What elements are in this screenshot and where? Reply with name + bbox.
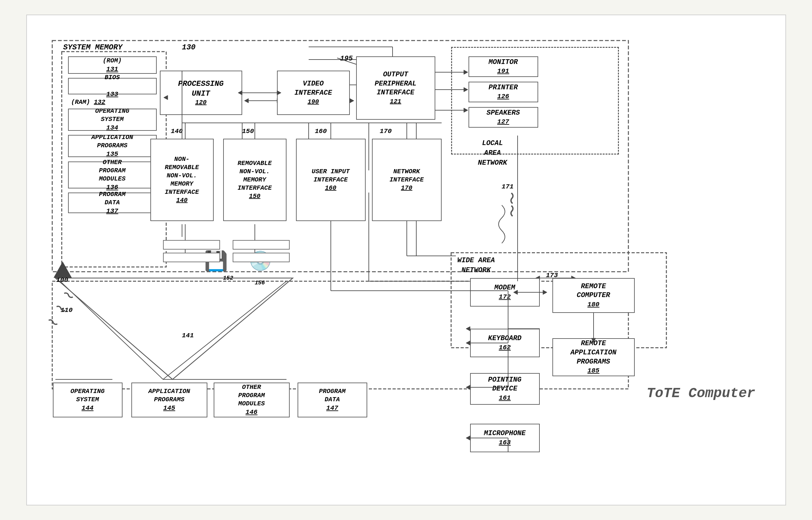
ref-170-label: 170 <box>380 128 392 135</box>
ref-195: 195 <box>340 55 353 63</box>
drive-slot-3 <box>233 240 290 250</box>
video-interface-box: VIDEOINTERFACE190 <box>277 71 350 115</box>
removable-box: REMOVABLENON-VOL.MEMORYINTERFACE150 <box>223 139 287 221</box>
diagram-container: SYSTEM MEMORY 130 (ROM) 131 BIOS 133 (RA… <box>26 15 786 505</box>
hdd-data-box: PROGRAMDATA 147 <box>298 383 367 417</box>
remote-app-box: REMOTEAPPLICATIONPROGRAMS185 <box>552 338 635 376</box>
user-input-box: USER INPUTINTERFACE160 <box>296 139 366 221</box>
non-removable-box: NON-REMOVABLENON-VOL.MEMORYINTERFACE140 <box>151 139 214 221</box>
remote-computer-box: REMOTECOMPUTER180 <box>552 278 635 313</box>
system-memory-label: SYSTEM MEMORY <box>63 43 123 52</box>
tote-computer-label: ToTE Computer <box>647 385 755 401</box>
ref-152: 152 <box>223 275 233 281</box>
ref-156: 156 <box>255 280 265 286</box>
svg-marker-75 <box>466 385 470 390</box>
svg-marker-41 <box>55 278 293 380</box>
drive-slot-1 <box>163 240 220 250</box>
svg-marker-71 <box>466 327 470 331</box>
os-134-box: OPERATINGSYSTEM 134 <box>68 109 157 131</box>
svg-marker-63 <box>543 290 547 294</box>
svg-marker-77 <box>466 436 470 440</box>
network-interface-box: NETWORKINTERFACE170 <box>372 139 442 221</box>
drive-slot-4 <box>233 253 290 262</box>
ref-130: 130 <box>182 43 196 52</box>
bios-box: BIOS 133 <box>68 78 157 94</box>
wide-area-network-label: WIDE AREANETWORK <box>457 256 495 276</box>
ref-150-label: 150 <box>242 128 254 135</box>
output-peripheral-box: OUTPUTPERIPHERALINTERFACE121 <box>356 56 435 120</box>
svg-marker-73 <box>466 341 470 345</box>
ref-141: 141 <box>182 332 194 339</box>
ref-100: 100 <box>56 277 69 284</box>
app-135-box: APPLICATIONPROGRAMS 135 <box>68 135 157 157</box>
right-peripherals-dashed <box>451 47 619 155</box>
keyboard-box: KEYBOARD162 <box>470 329 540 357</box>
hdd-app-box: APPLICATIONPROGRAMS145 <box>131 383 207 417</box>
processing-unit-box: PROCESSINGUNIT120 <box>160 71 242 115</box>
storage-triangle-svg <box>52 275 299 383</box>
hdd-os-box: OPERATINGSYSTEM 144 <box>53 383 123 417</box>
program-data-137-box: PROGRAMDATA 137 <box>68 192 157 213</box>
drive-slot-2 <box>163 253 220 262</box>
microphone-box: MICROPHONE163 <box>470 424 540 452</box>
ref-140-label: 140 <box>171 128 183 135</box>
svg-marker-12 <box>244 99 248 103</box>
other-136-box: OTHERPROGRAMMODULES 136 <box>68 161 157 188</box>
ref-171: 171 <box>502 183 514 190</box>
network-squiggle: 〜〜 <box>503 192 520 217</box>
svg-marker-14 <box>350 99 354 103</box>
ram-label: (RAM) 132 <box>71 99 105 106</box>
ref-160-label: 160 <box>315 128 327 135</box>
pointing-device-box: POINTINGDEVICE161 <box>470 373 540 405</box>
hdd-other-box: OTHERPROGRAMMODULES 146 <box>214 383 290 417</box>
rom-box: (ROM) 131 <box>68 56 157 74</box>
modem-box: MODEM172 <box>470 278 540 307</box>
